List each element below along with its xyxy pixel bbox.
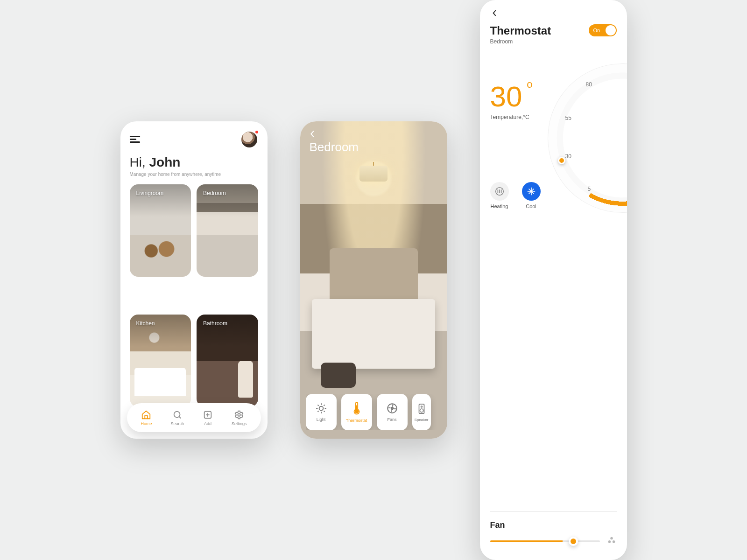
back-button[interactable] (490, 8, 617, 20)
svg-point-11 (608, 540, 611, 543)
room-detail-screen: Bedroom Light Thermostat Fans Speaker (300, 121, 447, 439)
device-card-light[interactable]: Light (306, 394, 337, 430)
degree-icon: o (527, 79, 532, 90)
nav-search[interactable]: Search (170, 410, 184, 426)
light-icon (315, 402, 327, 414)
nav-add[interactable]: Add (203, 410, 213, 426)
nav-label: Add (204, 421, 211, 426)
mode-cool[interactable]: Cool (522, 182, 541, 209)
room-card-bedroom[interactable]: Bedroom (197, 184, 258, 277)
svg-point-3 (319, 406, 323, 411)
device-card-speaker[interactable]: Speaker (412, 394, 431, 430)
device-card-thermostat[interactable]: Thermostat (341, 394, 372, 430)
thermostat-room: Bedroom (490, 38, 551, 45)
mode-label: Cool (526, 203, 536, 209)
dial-mark: 55 (565, 115, 571, 121)
room-photo (300, 121, 447, 439)
thermostat-title: Thermostat (490, 24, 551, 37)
room-label: Bathroom (203, 320, 227, 327)
dial-mark: 5 (588, 186, 591, 192)
fan-icon (606, 535, 617, 547)
heating-icon (494, 186, 505, 196)
slider-thumb[interactable] (569, 537, 578, 546)
svg-point-0 (174, 411, 180, 417)
room-grid: Livingroom Bedroom Kitchen Bathroom (130, 184, 258, 439)
home-icon (141, 410, 151, 420)
room-card-livingroom[interactable]: Livingroom (130, 184, 191, 277)
notification-dot-icon (254, 130, 259, 134)
thermostat-icon (351, 401, 363, 415)
room-label: Kitchen (136, 320, 155, 327)
divider (490, 511, 617, 512)
dial-handle[interactable] (558, 157, 565, 164)
room-card-bathroom[interactable]: Bathroom (197, 315, 258, 407)
greeting-subtitle: Manage your home from anywhere, anytime (130, 172, 258, 177)
greeting: Hi, John (130, 155, 258, 170)
chevron-left-icon (308, 129, 318, 139)
nav-settings[interactable]: Settings (232, 410, 247, 426)
device-card-fans[interactable]: Fans (377, 394, 408, 430)
back-button[interactable] (308, 129, 318, 141)
settings-icon (234, 410, 244, 420)
device-row[interactable]: Light Thermostat Fans Speaker (306, 394, 447, 430)
topbar (130, 131, 258, 148)
svg-point-4 (355, 410, 358, 413)
mode-heating[interactable]: Heating (490, 182, 509, 209)
menu-icon[interactable] (130, 136, 140, 143)
mode-label: Heating (491, 203, 508, 209)
device-label: Fans (387, 417, 396, 422)
search-icon (172, 410, 183, 420)
toggle-knob-icon (606, 25, 616, 35)
toggle-label: On (593, 28, 600, 33)
power-toggle[interactable]: On (589, 24, 617, 36)
avatar-button[interactable] (240, 131, 258, 148)
speaker-icon (416, 403, 427, 415)
svg-point-9 (420, 409, 423, 412)
device-label: Speaker (415, 418, 429, 422)
svg-point-13 (610, 537, 613, 540)
thermostat-screen: Thermostat Bedroom On 30 o Temperature,°… (480, 0, 627, 560)
fan-label: Fan (490, 520, 617, 530)
fan-section: Fan (490, 511, 617, 546)
home-screen: Hi, John Manage your home from anywhere,… (120, 121, 268, 439)
room-label: Livingroom (136, 190, 164, 196)
dial-mark: 30 (565, 153, 571, 160)
svg-point-6 (391, 407, 393, 409)
mode-row: Heating Cool (490, 182, 541, 209)
nav-label: Search (170, 421, 184, 426)
fan-icon (386, 402, 398, 414)
svg-point-8 (421, 406, 422, 407)
nav-label: Settings (232, 421, 247, 426)
chevron-left-icon (490, 8, 500, 18)
room-title: Bedroom (310, 140, 359, 154)
nav-label: Home (141, 421, 152, 426)
room-card-kitchen[interactable]: Kitchen (130, 315, 191, 407)
bottom-nav: Home Search Add Settings (127, 403, 261, 432)
room-label: Bedroom (203, 190, 226, 196)
greeting-name: John (149, 155, 181, 169)
temperature-value: 30 (490, 80, 522, 112)
cool-icon (526, 186, 536, 196)
device-label: Thermostat (346, 418, 367, 423)
nav-home[interactable]: Home (141, 410, 152, 426)
fan-slider[interactable] (490, 537, 617, 546)
slider-track-icon (490, 540, 600, 542)
dial-mark: 80 (586, 81, 592, 88)
device-label: Light (317, 417, 326, 422)
add-icon (203, 410, 213, 420)
greeting-prefix: Hi, (130, 155, 149, 169)
svg-point-2 (238, 413, 240, 416)
svg-point-12 (612, 540, 615, 543)
